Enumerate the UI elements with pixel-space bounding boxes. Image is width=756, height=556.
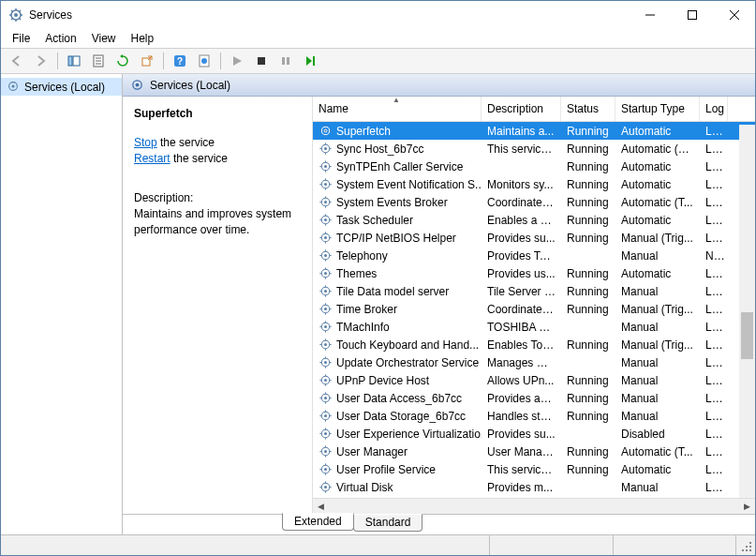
service-row[interactable]: System Events BrokerCoordinates...Runnin…	[313, 193, 755, 211]
stop-link[interactable]: Stop	[134, 136, 157, 149]
service-row[interactable]: Time BrokerCoordinates...RunningManual (…	[313, 300, 755, 318]
svg-point-34	[324, 129, 327, 132]
cell-description: Provides us...	[482, 267, 561, 280]
stop-service-button[interactable]	[250, 51, 273, 71]
service-row[interactable]: User Data Access_6b7ccProvides ap...Runn…	[313, 389, 755, 407]
minimize-button[interactable]	[629, 1, 671, 29]
menu-help[interactable]: Help	[124, 30, 162, 47]
column-description[interactable]: Description	[482, 97, 561, 121]
properties-button[interactable]	[87, 51, 110, 71]
menu-file[interactable]: File	[5, 30, 37, 47]
cell-logon: Loc	[700, 214, 728, 227]
service-row[interactable]: User Experience Virtualizatio...Provides…	[313, 425, 755, 443]
svg-point-32	[136, 83, 140, 87]
scroll-right-icon[interactable]: ▶	[739, 499, 755, 515]
cell-startup: Manual	[615, 481, 700, 494]
nav-services-local[interactable]: Services (Local)	[1, 78, 122, 96]
cell-description: Coordinates...	[482, 303, 561, 316]
cell-logon: Loc	[700, 160, 728, 173]
resize-grip-icon[interactable]	[736, 535, 755, 555]
column-logon[interactable]: Log	[700, 97, 728, 121]
cell-name: User Profile Service	[313, 462, 482, 476]
service-row[interactable]: TCP/IP NetBIOS HelperProvides su...Runni…	[313, 229, 755, 247]
svg-point-100	[324, 325, 327, 328]
cell-status: Running	[561, 410, 615, 423]
pane-header: Services (Local)	[123, 74, 755, 97]
column-startup-type[interactable]: Startup Type	[615, 97, 700, 121]
cell-startup: Manual	[615, 410, 700, 423]
cell-status: Running	[561, 178, 615, 191]
show-hide-tree-button[interactable]	[63, 51, 85, 71]
cell-logon: Loc	[700, 303, 728, 316]
svg-point-70	[324, 236, 327, 239]
menu-view[interactable]: View	[84, 30, 124, 47]
detail-pane: Superfetch Stop the service Restart the …	[123, 97, 312, 514]
cell-description: Coordinates...	[482, 196, 561, 209]
scrollbar-thumb[interactable]	[741, 312, 753, 359]
cell-startup: Manual (Trig...	[615, 232, 700, 245]
refresh-button[interactable]	[111, 51, 134, 71]
service-row[interactable]: SuperfetchMaintains a...RunningAutomatic…	[313, 122, 755, 140]
tab-standard[interactable]: Standard	[353, 514, 423, 532]
vertical-scrollbar[interactable]	[739, 125, 755, 498]
restart-service-button[interactable]	[299, 51, 321, 71]
cell-name: User Manager	[313, 444, 482, 458]
cell-logon: Net	[700, 249, 728, 263]
cell-status: Running	[561, 285, 615, 298]
cell-startup: Automatic (D...	[615, 143, 700, 156]
service-row[interactable]: Tile Data model serverTile Server f...Ru…	[313, 282, 755, 300]
cell-startup: Automatic	[615, 125, 700, 138]
cell-description: Provides ap...	[482, 392, 561, 405]
cell-logon: Loc	[700, 285, 728, 298]
forward-button[interactable]	[30, 51, 52, 71]
back-button[interactable]	[6, 51, 28, 71]
menu-action[interactable]: Action	[37, 30, 83, 47]
service-row[interactable]: Task SchedulerEnables a us...RunningAuto…	[313, 211, 755, 229]
svg-rect-28	[313, 56, 315, 66]
service-row[interactable]: ThemesProvides us...RunningAutomaticLoc	[313, 264, 755, 282]
service-row[interactable]: Update Orchestrator ServiceManages W...M…	[313, 353, 755, 371]
svg-point-30	[11, 84, 14, 87]
svg-rect-159	[749, 549, 751, 551]
service-row[interactable]: Virtual DiskProvides m...ManualLoc	[313, 478, 755, 496]
service-row[interactable]: User Data Storage_6b7ccHandles sto...Run…	[313, 407, 755, 425]
start-service-button[interactable]	[226, 51, 248, 71]
service-row[interactable]: Touch Keyboard and Hand...Enables Tou...…	[313, 336, 755, 353]
cell-status: Running	[561, 160, 615, 173]
cell-startup: Automatic	[615, 214, 700, 227]
menubar: File Action View Help	[1, 29, 755, 48]
svg-rect-26	[282, 57, 285, 65]
restart-link[interactable]: Restart	[134, 152, 170, 165]
cell-startup: Manual	[615, 249, 700, 263]
cell-description: Provides Tel...	[482, 249, 561, 263]
cell-status: Running	[561, 374, 615, 387]
close-button[interactable]	[713, 1, 755, 29]
maximize-button[interactable]	[671, 1, 713, 29]
column-status[interactable]: Status	[561, 97, 615, 121]
cell-description: Enables a us...	[482, 214, 561, 227]
pause-service-button[interactable]	[274, 51, 297, 71]
help-topics-button[interactable]	[193, 51, 215, 71]
cell-status: Running	[561, 392, 615, 405]
export-button[interactable]	[136, 51, 158, 71]
svg-point-46	[324, 165, 327, 168]
scroll-left-icon[interactable]: ◀	[313, 499, 329, 515]
service-row[interactable]: Sync Host_6b7ccThis service ...RunningAu…	[313, 140, 755, 158]
horizontal-scrollbar[interactable]: ◀ ▶	[313, 498, 755, 514]
service-row[interactable]: User ManagerUser Manag...RunningAutomati…	[313, 443, 755, 460]
cell-startup: Manual (Trig...	[615, 303, 700, 316]
tab-extended[interactable]: Extended	[282, 513, 354, 531]
cell-name: Tile Data model server	[313, 284, 482, 298]
app-gear-icon	[8, 8, 23, 23]
cell-name: UPnP Device Host	[313, 373, 482, 387]
service-row[interactable]: SynTPEnh Caller ServiceRunningAutomaticL…	[313, 158, 755, 175]
pane-header-label: Services (Local)	[150, 79, 230, 92]
svg-rect-161	[749, 546, 751, 548]
service-row[interactable]: UPnP Device HostAllows UPn...RunningManu…	[313, 371, 755, 389]
service-row[interactable]: User Profile ServiceThis service ...Runn…	[313, 460, 755, 478]
service-row[interactable]: TMachInfoTOSHIBA M...ManualLoc	[313, 318, 755, 336]
help-button[interactable]: ?	[169, 51, 191, 71]
cell-description: Manages W...	[482, 356, 561, 369]
service-row[interactable]: TelephonyProvides Tel...ManualNet	[313, 247, 755, 264]
service-row[interactable]: System Event Notification S...Monitors s…	[313, 175, 755, 193]
